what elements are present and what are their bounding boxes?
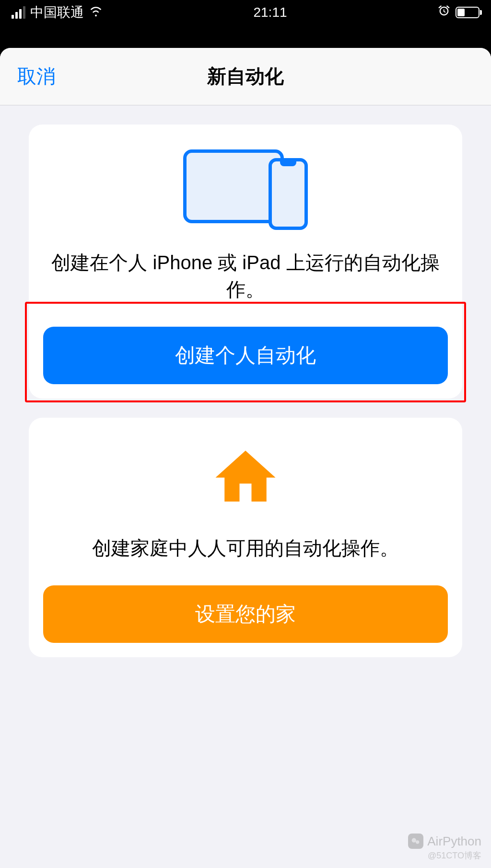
devices-icon [183,148,308,230]
wechat-icon [408,834,423,849]
home-description: 创建家庭中人人可用的自动化操作。 [87,535,404,561]
page-title: 新自动化 [207,63,284,90]
status-left: 中国联通 [12,3,103,22]
watermark-sub: @51CTO博客 [428,850,481,861]
carrier-label: 中国联通 [30,3,84,22]
status-time: 21:11 [253,5,287,20]
wifi-icon [89,4,103,22]
nav-bar: 取消 新自动化 [0,48,491,105]
setup-home-button[interactable]: 设置您的家 [43,585,448,643]
svg-point-0 [412,838,416,843]
watermark-name: AirPython [427,834,481,849]
home-icon [210,442,281,515]
status-right [437,4,479,21]
svg-point-1 [416,840,419,844]
content-area: 创建在个人 iPhone 或 iPad 上运行的自动化操作。 创建个人自动化 创… [0,105,491,696]
home-automation-card[interactable]: 创建家庭中人人可用的自动化操作。 设置您的家 [29,418,462,657]
modal-sheet: 取消 新自动化 创建在个人 iPhone 或 iPad 上运行的自动化操作。 创… [0,48,491,868]
signal-icon [12,6,25,19]
personal-description: 创建在个人 iPhone 或 iPad 上运行的自动化操作。 [43,249,448,303]
cancel-button[interactable]: 取消 [17,63,56,90]
battery-icon [456,7,479,18]
watermark: AirPython @51CTO博客 [408,834,481,861]
alarm-icon [437,4,451,21]
personal-automation-card[interactable]: 创建在个人 iPhone 或 iPad 上运行的自动化操作。 创建个人自动化 [29,125,462,399]
create-personal-automation-button[interactable]: 创建个人自动化 [43,327,448,384]
status-bar: 中国联通 21:11 [0,0,491,25]
